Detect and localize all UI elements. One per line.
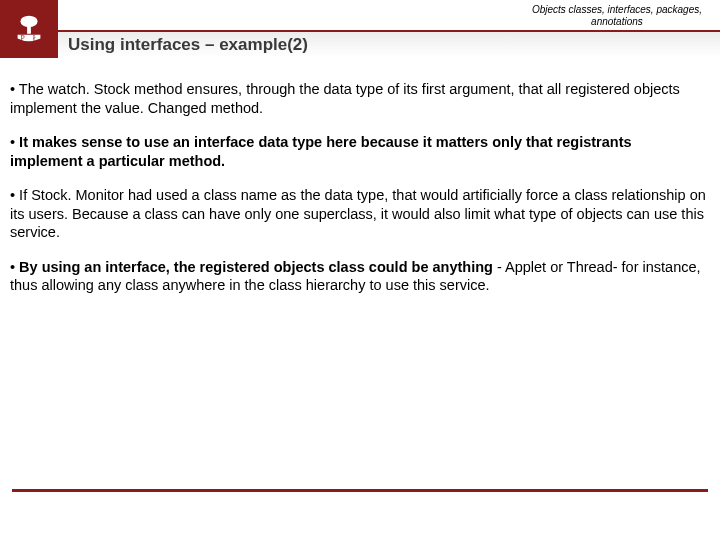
- bullet-item: • If Stock. Monitor had used a class nam…: [10, 186, 706, 242]
- institution-logo: P Ł: [0, 0, 58, 58]
- topic-label: Objects classes, interfaces, packages, a…: [532, 4, 702, 27]
- bullet-marker: •: [10, 81, 19, 97]
- bullet-marker: •: [10, 134, 19, 150]
- svg-text:P: P: [20, 34, 24, 43]
- slide-body: • The watch. Stock method ensures, throu…: [0, 58, 720, 295]
- bullet-text-seg2: Changed method: [148, 100, 259, 116]
- bullet-item: • It makes sense to use an interface dat…: [10, 133, 706, 170]
- bullet-item: • The watch. Stock method ensures, throu…: [10, 80, 706, 117]
- slide-title: Using interfaces – example(2): [68, 35, 308, 55]
- bullet-text-bold: By using an interface, the registered ob…: [19, 259, 493, 275]
- bullet-text-post: .: [259, 100, 263, 116]
- slide-header: P Ł Objects classes, interfaces, package…: [0, 0, 720, 58]
- bullet-marker: •: [10, 259, 19, 275]
- footer-divider: [12, 489, 708, 492]
- bullet-marker: •: [10, 187, 19, 203]
- bullet-text-bold: It makes sense to use an interface data …: [10, 134, 632, 169]
- topic-line-2: annotations: [591, 16, 643, 27]
- bullet-text: If Stock. Monitor had used a class name …: [10, 187, 706, 240]
- title-bar: Using interfaces – example(2): [58, 30, 720, 58]
- bullet-item: • By using an interface, the registered …: [10, 258, 706, 295]
- topic-line-1: Objects classes, interfaces, packages,: [532, 4, 702, 15]
- bullet-text-pre: The watch: [19, 81, 86, 97]
- svg-rect-1: [27, 24, 31, 34]
- logo-crest-icon: P Ł: [10, 10, 48, 48]
- bullet-text-seg1: Stock method ensures, through the data t…: [10, 81, 680, 116]
- svg-text:Ł: Ł: [33, 34, 38, 43]
